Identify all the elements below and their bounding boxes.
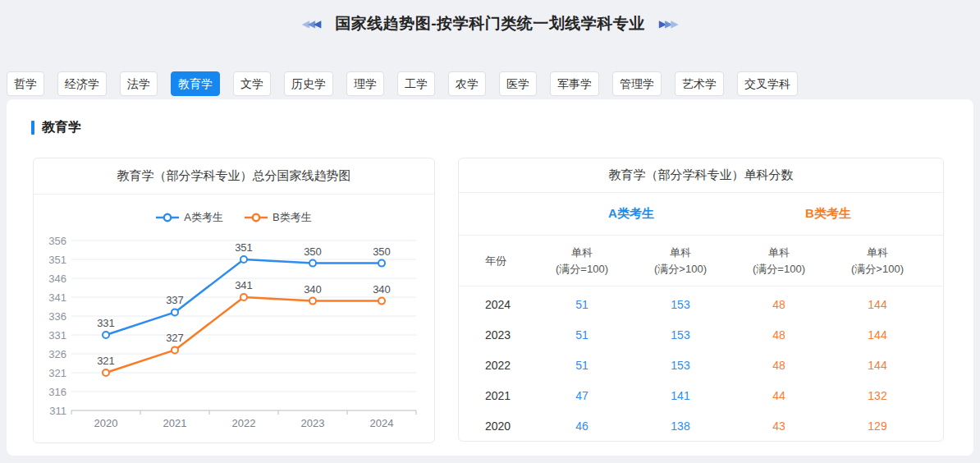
next-arrows-icon[interactable]: ▶▶▶ [660,19,678,29]
svg-text:316: 316 [48,386,66,398]
svg-text:341: 341 [235,279,253,291]
score-cell: 47 [533,389,631,402]
legend-label: A类考生 [184,210,223,225]
score-cell: 132 [828,389,927,402]
score-cell: 46 [533,419,631,433]
score-cell: 43 [730,419,828,433]
page-title: 国家线趋势图-按学科门类统一划线学科专业 [335,13,644,34]
score-column-header-3: 单科(满分=100) [730,245,828,277]
svg-text:327: 327 [166,332,184,344]
score-cell: 153 [631,298,730,311]
column-header-line2: (满分=100) [533,261,631,277]
discipline-tabs: 哲学经济学法学教育学文学历史学理学工学农学医学军事学管理学艺术学交叉学科 [7,71,973,96]
score-cell: 153 [631,328,730,342]
score-cell: 138 [631,419,730,433]
trend-chart-card: 教育学（部分学科专业）总分国家线趋势图 A类考生B类考生 31131632132… [33,158,435,443]
section-title: 教育学 [42,119,81,136]
tab-医学[interactable]: 医学 [499,71,537,96]
svg-text:337: 337 [166,294,184,306]
group-header-a: A类考生 [533,206,730,222]
tab-哲学[interactable]: 哲学 [7,71,44,96]
tab-管理学[interactable]: 管理学 [612,71,662,96]
svg-text:2024: 2024 [370,417,394,429]
table-card-title: 教育学（部分学科专业）单科分数 [459,158,943,193]
score-cell: 51 [533,328,631,342]
prev-icon: ◀ [314,19,321,29]
score-cell: 48 [730,298,828,311]
score-cell: 144 [828,298,927,311]
column-header-line1: 单科 [730,245,828,261]
table-column-header-row: 年份 单科(满分=100)单科(满分>100)单科(满分=100)单科(满分>1… [459,236,943,287]
year-column-header: 年份 [475,253,533,269]
svg-text:350: 350 [373,245,391,258]
table-row: 20225115348144 [459,350,943,380]
column-header-line2: (满分=100) [730,261,828,277]
page-header: ◀◀◀ 国家线趋势图-按学科门类统一划线学科专业 ▶▶▶ [0,0,980,34]
svg-text:341: 341 [48,291,66,304]
score-column-header-4: 单科(满分>100) [828,245,927,277]
legend-line-marker-icon [245,213,268,222]
year-cell: 2024 [475,298,533,311]
score-cell: 144 [828,328,927,342]
score-cell: 44 [730,389,828,402]
tab-交叉学科[interactable]: 交叉学科 [737,71,798,96]
section-heading: 教育学 [31,119,973,136]
svg-text:2023: 2023 [301,417,325,429]
column-header-line2: (满分>100) [828,261,927,277]
tab-法学[interactable]: 法学 [120,71,158,96]
legend-item-B类考生[interactable]: B类考生 [245,205,312,229]
score-cell: 48 [730,328,828,342]
svg-text:311: 311 [49,405,66,417]
column-header-line1: 单科 [828,245,927,261]
score-cell: 129 [828,419,927,433]
prev-arrows-icon[interactable]: ◀◀◀ [303,19,321,29]
tab-经济学[interactable]: 经济学 [57,71,107,96]
svg-text:331: 331 [48,329,66,342]
tab-军事学[interactable]: 军事学 [550,71,599,96]
score-cell: 141 [631,389,730,402]
svg-text:340: 340 [304,283,322,296]
chart-legend: A类考生B类考生 [34,195,434,229]
svg-text:356: 356 [48,235,66,247]
score-column-header-2: 单科(满分>100) [631,245,730,277]
svg-text:2021: 2021 [163,417,187,429]
tab-工学[interactable]: 工学 [397,71,435,96]
svg-text:340: 340 [373,283,391,296]
year-cell: 2023 [475,328,533,342]
score-cell: 48 [730,359,828,372]
table-group-header-row: A类考生 B类考生 [459,193,943,236]
svg-text:351: 351 [48,254,66,266]
score-table-body: 2024511534814420235115348144202251153481… [459,287,943,441]
year-cell: 2020 [475,419,533,433]
score-cell: 51 [533,359,631,372]
svg-text:2020: 2020 [94,417,118,429]
svg-text:2022: 2022 [232,417,256,429]
tab-艺术学[interactable]: 艺术学 [675,71,724,96]
tab-教育学[interactable]: 教育学 [171,71,220,96]
year-cell: 2022 [475,359,533,372]
tab-文学[interactable]: 文学 [233,71,271,96]
trend-line-chart: 3113163213263313363413463513562020202120… [34,229,434,442]
section-accent-bar [31,121,34,135]
svg-text:336: 336 [48,310,66,323]
table-row: 20245115348144 [459,289,943,319]
tab-农学[interactable]: 农学 [448,71,486,96]
svg-text:350: 350 [304,245,322,258]
main-panel: 教育学 教育学（部分学科专业）总分国家线趋势图 A类考生B类考生 3113163… [7,99,973,456]
year-cell: 2021 [475,389,533,402]
tab-理学[interactable]: 理学 [346,71,384,96]
svg-text:326: 326 [48,348,66,360]
score-column-header-1: 单科(满分=100) [533,245,631,277]
table-row: 20204613843129 [459,410,943,441]
column-header-line2: (满分>100) [631,261,730,277]
svg-text:321: 321 [48,367,66,379]
tab-历史学[interactable]: 历史学 [284,71,333,96]
column-header-line1: 单科 [631,245,730,261]
svg-text:321: 321 [97,355,115,367]
chart-card-title: 教育学（部分学科专业）总分国家线趋势图 [34,158,434,195]
legend-item-A类考生[interactable]: A类考生 [156,205,223,229]
score-cell: 144 [828,359,927,372]
svg-text:351: 351 [235,241,253,254]
table-row: 20214714144132 [459,380,943,410]
table-row: 20235115348144 [459,319,943,350]
